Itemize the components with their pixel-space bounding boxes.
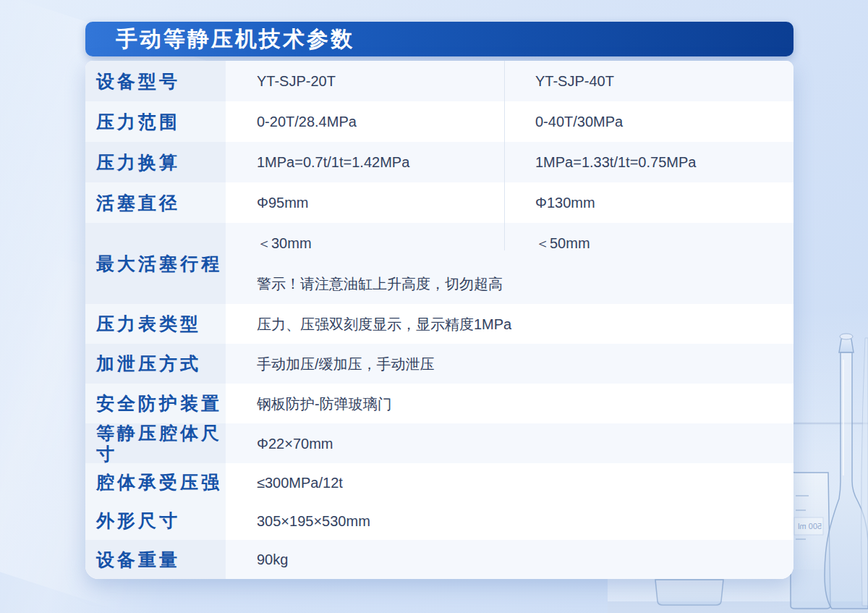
cell-value: 1MPa=1.33t/1t=0.75MPa bbox=[535, 153, 696, 171]
row-label-cell: 等静压腔体尺寸 bbox=[85, 423, 226, 463]
glass-volumetric-flask bbox=[825, 334, 868, 609]
row-label-cell: 安全防护装置 bbox=[85, 384, 226, 423]
value-cell: 305×195×530mm bbox=[226, 502, 793, 540]
row-label: 压力范围 bbox=[96, 111, 180, 132]
value-cell: 1MPa=1.33t/1t=0.75MPa bbox=[504, 142, 793, 182]
table-row: 设备型号 YT-SJP-20T YT-SJP-40T bbox=[85, 61, 793, 101]
row-label: 最大活塞行程 bbox=[96, 253, 222, 274]
value-cell: 0-20T/28.4MPa bbox=[226, 101, 504, 142]
warning-cell: 警示！请注意油缸上升高度，切勿超高 bbox=[226, 263, 793, 304]
value-cell: 压力、压强双刻度显示，显示精度1MPa bbox=[226, 304, 793, 344]
value-cell: 0-40T/30MPa bbox=[504, 101, 793, 142]
table-row: 安全防护装置 钢板防护-防弹玻璃门 bbox=[85, 384, 793, 423]
page: { "header": { "title": "手动等静压机技术参数" }, "… bbox=[0, 0, 868, 613]
value-cell: ＜50mm bbox=[504, 223, 793, 263]
row-label-cell: 腔体承受压强 bbox=[85, 463, 226, 502]
table-row: 腔体承受压强 ≤300MPa/12t bbox=[85, 463, 793, 502]
value-cell: Φ95mm bbox=[226, 182, 504, 223]
row-label: 等静压腔体尺寸 bbox=[96, 423, 226, 465]
value-cell-model-40t: YT-SJP-40T bbox=[504, 61, 793, 101]
table-row: 压力表类型 压力、压强双刻度显示，显示精度1MPa bbox=[85, 304, 793, 344]
row-label: 压力表类型 bbox=[96, 313, 201, 334]
row-values: 钢板防护-防弹玻璃门 bbox=[226, 384, 793, 423]
stroke-values-line: ＜30mm ＜50mm bbox=[226, 223, 793, 263]
cell-value: 1MPa=0.7t/1t=1.42MPa bbox=[257, 153, 409, 171]
cell-value: ≤300MPa/12t bbox=[257, 474, 343, 491]
table-row: 加泄压方式 手动加压/缓加压，手动泄压 bbox=[85, 344, 793, 384]
title-bar: 手动等静压机技术参数 bbox=[85, 22, 793, 56]
cell-value: YT-SJP-40T bbox=[535, 72, 614, 90]
cell-value: 90kg bbox=[257, 551, 288, 568]
row-label-cell: 压力换算 bbox=[85, 142, 226, 182]
cell-value: 0-40T/30MPa bbox=[535, 113, 623, 130]
cell-value: ＜30mm bbox=[257, 234, 312, 252]
cell-value: 0-20T/28.4MPa bbox=[257, 113, 357, 130]
row-label: 设备重量 bbox=[96, 549, 180, 570]
value-cell-model-20t: YT-SJP-20T bbox=[226, 61, 504, 101]
glass-edge bbox=[861, 338, 868, 606]
table-row: 外形尺寸 305×195×530mm bbox=[85, 502, 793, 540]
warning-line: 警示！请注意油缸上升高度，切勿超高 bbox=[226, 263, 793, 304]
table-row-piston-stroke: 最大活塞行程 ＜30mm ＜50mm 警示！请注意油缸上升高度，切勿超高 bbox=[85, 223, 793, 304]
cell-value: ＜50mm bbox=[535, 234, 590, 252]
warning-text: 警示！请注意油缸上升高度，切勿超高 bbox=[257, 275, 503, 292]
value-cell: 手动加压/缓加压，手动泄压 bbox=[226, 344, 793, 384]
row-values: YT-SJP-20T YT-SJP-40T bbox=[226, 61, 793, 101]
table-row: 活塞直径 Φ95mm Φ130mm bbox=[85, 182, 793, 223]
cell-value: 压力、压强双刻度显示，显示精度1MPa bbox=[257, 316, 511, 333]
row-values: 1MPa=0.7t/1t=1.42MPa 1MPa=1.33t/1t=0.75M… bbox=[226, 142, 793, 182]
beaker-volume-label: 500 ml bbox=[798, 522, 822, 530]
table-row: 设备重量 90kg bbox=[85, 540, 793, 579]
table-row: 压力换算 1MPa=0.7t/1t=1.42MPa 1MPa=1.33t/1t=… bbox=[85, 142, 793, 182]
value-cell: ＜30mm bbox=[226, 223, 504, 263]
spec-table: 设备型号 YT-SJP-20T YT-SJP-40T 压力范围 0-20T/28… bbox=[85, 61, 793, 579]
value-cell: 钢板防护-防弹玻璃门 bbox=[226, 384, 793, 423]
row-label: 腔体承受压强 bbox=[96, 472, 222, 493]
row-label-cell: 外形尺寸 bbox=[85, 502, 226, 540]
row-values: ＜30mm ＜50mm 警示！请注意油缸上升高度，切勿超高 bbox=[226, 223, 793, 304]
value-cell: Φ130mm bbox=[504, 182, 793, 223]
row-values: ≤300MPa/12t bbox=[226, 463, 793, 502]
row-label-cell: 活塞直径 bbox=[85, 182, 226, 223]
value-cell: Φ22×70mm bbox=[226, 423, 793, 463]
row-values: Φ22×70mm bbox=[226, 423, 793, 463]
row-label: 活塞直径 bbox=[96, 193, 180, 214]
row-label: 安全防护装置 bbox=[96, 393, 222, 414]
row-label-cell: 最大活塞行程 bbox=[85, 223, 226, 304]
row-label-cell: 设备重量 bbox=[85, 540, 226, 579]
photo-floor-reflection bbox=[608, 601, 868, 613]
row-values: 305×195×530mm bbox=[226, 502, 793, 540]
cell-value: Φ95mm bbox=[257, 194, 309, 211]
row-values: 90kg bbox=[226, 540, 793, 579]
value-cell: ≤300MPa/12t bbox=[226, 463, 793, 502]
row-label: 外形尺寸 bbox=[96, 510, 180, 531]
row-values: 手动加压/缓加压，手动泄压 bbox=[226, 344, 793, 384]
table-row: 压力范围 0-20T/28.4MPa 0-40T/30MPa bbox=[85, 101, 793, 142]
cell-value: Φ22×70mm bbox=[257, 435, 333, 452]
row-label: 设备型号 bbox=[96, 71, 180, 92]
glass-dish bbox=[655, 580, 723, 605]
row-label: 压力换算 bbox=[96, 152, 180, 173]
row-label-cell: 压力表类型 bbox=[85, 304, 226, 344]
cell-value: 手动加压/缓加压，手动泄压 bbox=[257, 355, 435, 373]
cell-value: Φ130mm bbox=[535, 194, 595, 211]
cell-value: 305×195×530mm bbox=[257, 512, 370, 530]
row-values: 压力、压强双刻度显示，显示精度1MPa bbox=[226, 304, 793, 344]
row-label-cell: 设备型号 bbox=[85, 61, 226, 101]
cell-value: YT-SJP-20T bbox=[257, 72, 336, 90]
row-label: 加泄压方式 bbox=[96, 353, 201, 374]
value-cell: 90kg bbox=[226, 540, 793, 579]
row-label-cell: 加泄压方式 bbox=[85, 344, 226, 384]
cell-value: 钢板防护-防弹玻璃门 bbox=[257, 395, 392, 413]
row-values: 0-20T/28.4MPa 0-40T/30MPa bbox=[226, 101, 793, 142]
row-values: Φ95mm Φ130mm bbox=[226, 182, 793, 223]
value-cell: 1MPa=0.7t/1t=1.42MPa bbox=[226, 142, 504, 182]
table-row: 等静压腔体尺寸 Φ22×70mm bbox=[85, 423, 793, 463]
page-title: 手动等静压机技术参数 bbox=[85, 28, 354, 50]
row-label-cell: 压力范围 bbox=[85, 101, 226, 142]
